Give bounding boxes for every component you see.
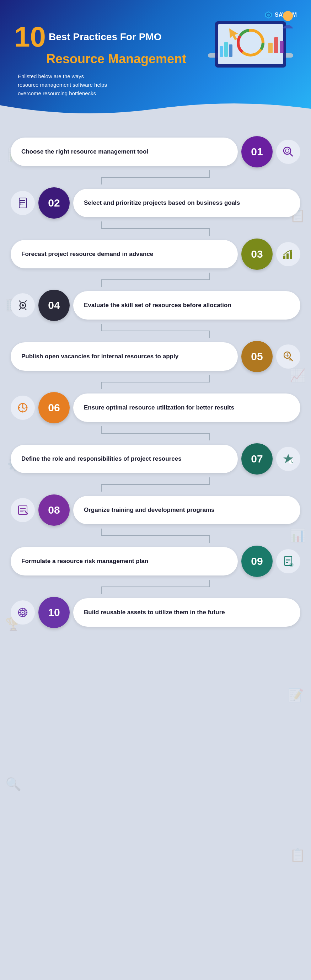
- title-line1: Best Practices For PMO: [49, 31, 161, 43]
- step-4-text: Evaluate the skill set of resources befo…: [84, 301, 232, 310]
- step-4-icon: [11, 293, 35, 317]
- step-row-8: Organize training and development progra…: [11, 495, 300, 526]
- bottom-padding: [11, 631, 300, 645]
- step-10-icon: [11, 600, 35, 625]
- svg-point-29: [20, 204, 21, 205]
- step-7-text: Define the role and responsibilities of …: [21, 455, 182, 463]
- step-row-5: Publish open vacancies for internal reso…: [11, 341, 300, 372]
- svg-point-43: [22, 308, 24, 309]
- svg-rect-23: [19, 198, 26, 208]
- step-6-badge: 06: [38, 392, 70, 423]
- svg-point-27: [20, 200, 21, 201]
- step-row-4: Evaluate the skill set of resources befo…: [11, 290, 300, 321]
- step-4-badge: 04: [38, 290, 70, 321]
- step-6-icon: [11, 396, 35, 420]
- svg-point-60: [22, 407, 24, 409]
- step-8-icon: [11, 498, 35, 522]
- svg-rect-15: [224, 42, 228, 57]
- step-2-pill: Select and prioritize projects based on …: [73, 189, 300, 217]
- step-row-3: Forecast project resource demand in adva…: [11, 239, 300, 270]
- step-9-number: 09: [251, 555, 263, 567]
- svg-rect-11: [280, 41, 284, 53]
- step-1-pill: Choose the right resource management too…: [11, 138, 238, 166]
- step-5-text: Publish open vacancies for internal reso…: [21, 352, 178, 361]
- svg-point-44: [19, 305, 21, 306]
- connector-9-10: [11, 580, 300, 594]
- connector-5-6: [11, 375, 300, 389]
- step-8-badge: 08: [38, 495, 70, 526]
- step-6-pill: Ensure optimal resource utilization for …: [73, 393, 300, 422]
- step-6-text: Ensure optimal resource utilization for …: [84, 403, 234, 412]
- step-row-7: Define the role and responsibilities of …: [11, 443, 300, 474]
- step-7-pill: Define the role and responsibilities of …: [11, 445, 238, 473]
- step-2-number: 02: [48, 197, 60, 209]
- step-10-text: Build reusable assets to utilize them in…: [84, 608, 225, 617]
- svg-point-92: [22, 612, 24, 613]
- step-5-pill: Publish open vacancies for internal reso…: [11, 342, 238, 371]
- step-3-badge: 03: [241, 239, 273, 270]
- content: 📊 📋 🏢 📈 ⚙️ 📊 🏆 📝 🔍 📋 Choose the right re…: [0, 119, 311, 659]
- step-1-badge: 01: [241, 136, 273, 167]
- step-7-badge: 07: [241, 443, 273, 474]
- svg-rect-35: [290, 251, 292, 259]
- step-3-icon: [276, 242, 300, 266]
- connector-7-8: [11, 477, 300, 492]
- step-9-badge: 09: [241, 546, 273, 577]
- bg-icon-9: 🔍: [5, 777, 21, 792]
- step-1-text: Choose the right resource management too…: [21, 148, 148, 156]
- svg-rect-14: [220, 46, 223, 57]
- connector-2-3: [11, 221, 300, 235]
- connector-8-9: [11, 528, 300, 543]
- svg-line-18: [290, 153, 292, 156]
- connector-4-5: [11, 324, 300, 338]
- svg-rect-10: [274, 37, 278, 53]
- connector-1-2: [11, 170, 300, 185]
- subtitle-text: Enlisted below are the waysresource mana…: [18, 73, 107, 96]
- svg-rect-33: [283, 256, 286, 259]
- step-2-text: Select and prioritize projects based on …: [84, 199, 240, 207]
- step-6-number: 06: [48, 402, 60, 414]
- svg-rect-34: [286, 253, 289, 259]
- step-row-6: Ensure optimal resource utilization for …: [11, 392, 300, 423]
- header-wave: [0, 98, 311, 119]
- step-2-badge: 02: [38, 187, 70, 219]
- steps-container: Choose the right resource management too…: [11, 130, 300, 649]
- step-4-number: 04: [48, 299, 60, 311]
- step-8-number: 08: [48, 504, 60, 516]
- step-row-10: Build reusable assets to utilize them in…: [11, 597, 300, 628]
- svg-point-13: [283, 11, 293, 21]
- step-1-number: 01: [251, 146, 263, 158]
- step-10-badge: 10: [38, 597, 70, 628]
- step-8-pill: Organize training and development progra…: [73, 496, 300, 524]
- svg-point-41: [22, 304, 24, 306]
- svg-rect-9: [268, 43, 273, 53]
- bg-icon-10: 📋: [290, 848, 306, 863]
- step-7-icon: [276, 447, 300, 471]
- step-7-number: 07: [251, 453, 263, 465]
- step-10-pill: Build reusable assets to utilize them in…: [73, 598, 300, 627]
- step-9-text: Formulate a resource risk management pla…: [21, 557, 148, 566]
- step-3-pill: Forecast project resource demand in adva…: [11, 240, 238, 268]
- step-row-2: Select and prioritize projects based on …: [11, 187, 300, 219]
- step-10-number: 10: [48, 606, 60, 619]
- step-9-pill: Formulate a resource risk management pla…: [11, 547, 238, 576]
- bg-icon-8: 📝: [288, 688, 304, 703]
- svg-rect-16: [229, 45, 232, 57]
- step-2-icon: [11, 191, 35, 215]
- step-5-icon: [276, 344, 300, 369]
- svg-point-28: [20, 202, 21, 203]
- header: SAVIOM 10 Best Practices For PMO Resourc…: [0, 0, 311, 119]
- step-row-9: Formulate a resource risk management pla…: [11, 546, 300, 577]
- step-3-text: Forecast project resource demand in adva…: [21, 250, 153, 258]
- laptop-illustration: [197, 3, 304, 82]
- svg-point-42: [22, 302, 24, 303]
- title-number: 10: [14, 23, 46, 51]
- svg-point-45: [25, 305, 26, 306]
- step-3-number: 03: [251, 248, 263, 260]
- svg-point-19: [286, 149, 289, 153]
- step-8-text: Organize training and development progra…: [84, 506, 214, 514]
- step-row-1: Choose the right resource management too…: [11, 136, 300, 167]
- step-5-badge: 05: [241, 341, 273, 372]
- svg-rect-53: [289, 359, 292, 360]
- step-5-number: 05: [251, 350, 263, 363]
